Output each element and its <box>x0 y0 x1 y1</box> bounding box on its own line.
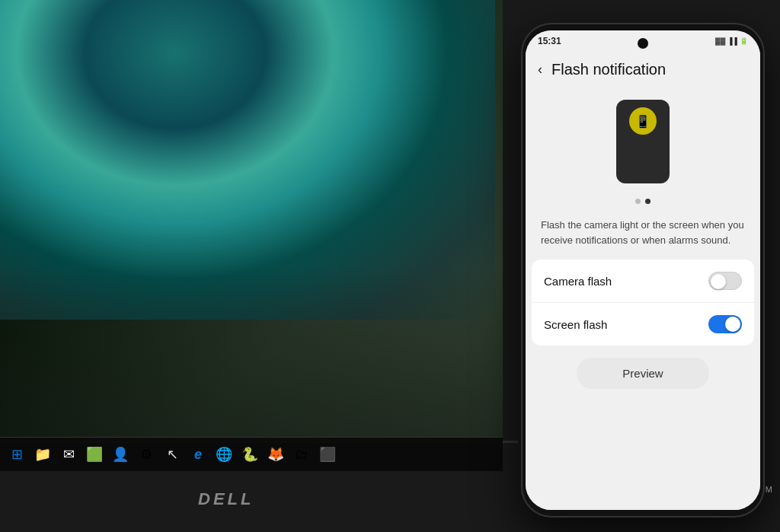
status-time: 15:31 <box>538 36 561 46</box>
pagination-dots <box>526 191 760 212</box>
screen-flash-icon: 📱 <box>629 107 657 135</box>
preview-button[interactable]: Preview <box>577 358 708 389</box>
dot-2[interactable] <box>645 199 651 204</box>
nav-bar: ‹ Flash notification <box>526 52 760 84</box>
status-icons: ▓▓ ▐▐ 🔋 <box>715 37 748 45</box>
firefox-icon[interactable]: 🦊 <box>265 444 286 465</box>
phone-device: 15:31 ▓▓ ▐▐ 🔋 ‹ Flash notification <box>521 23 765 518</box>
phone-illustration: 📱 <box>616 100 670 183</box>
settings-list: Camera flash Screen flash <box>532 260 754 346</box>
cursor-app-icon[interactable]: ↖ <box>161 444 183 465</box>
settings-icon[interactable]: ⚙ <box>136 444 157 465</box>
screen-flash-toggle[interactable] <box>708 315 742 333</box>
wifi-icon: ▓▓ <box>715 37 725 45</box>
folder-icon[interactable]: 🗂 <box>291 444 312 465</box>
python-icon[interactable]: 🐍 <box>239 444 261 465</box>
camera-flash-row: Camera flash <box>532 260 754 303</box>
edge-icon[interactable]: e <box>187 444 209 465</box>
taskbar: ⊞ 📁 ✉ 🟩 👤 ⚙ ↖ e 🌐 🐍 🦊 🗂 ⬛ <box>0 437 503 471</box>
green-icon[interactable]: 🟩 <box>84 444 105 465</box>
phone-screen: 15:31 ▓▓ ▐▐ 🔋 ‹ Flash notification <box>526 30 760 510</box>
phone-body: 15:31 ▓▓ ▐▐ 🔋 ‹ Flash notification <box>521 23 765 518</box>
mail-icon[interactable]: ✉ <box>58 444 79 465</box>
preview-area: Preview <box>526 346 760 401</box>
chrome-icon[interactable]: 🌐 <box>213 444 235 465</box>
camera-flash-toggle[interactable] <box>708 272 742 290</box>
dot-1[interactable] <box>635 199 641 204</box>
camera-notch <box>638 38 648 49</box>
screen-flash-label: Screen flash <box>544 318 607 331</box>
battery-icon: 🔋 <box>740 37 748 45</box>
dell-logo: DELL <box>198 489 254 509</box>
page-title: Flash notification <box>551 61 666 78</box>
description-text: Flash the camera light or the screen whe… <box>526 212 760 260</box>
screen-flash-thumb <box>725 317 740 332</box>
camera-flash-thumb <box>711 274 726 289</box>
back-button[interactable]: ‹ <box>538 62 542 78</box>
screen-flash-row: Screen flash <box>532 303 754 346</box>
person-icon[interactable]: 👤 <box>110 444 131 465</box>
app-content: ‹ Flash notification 📱 <box>526 52 760 510</box>
file-manager-icon[interactable]: 📁 <box>32 444 53 465</box>
terminal-icon[interactable]: ⬛ <box>317 444 338 465</box>
camera-flash-label: Camera flash <box>544 275 612 288</box>
start-icon[interactable]: ⊞ <box>6 444 27 465</box>
illustration-area: 📱 <box>526 84 760 191</box>
signal-icon: ▐▐ <box>727 37 737 45</box>
